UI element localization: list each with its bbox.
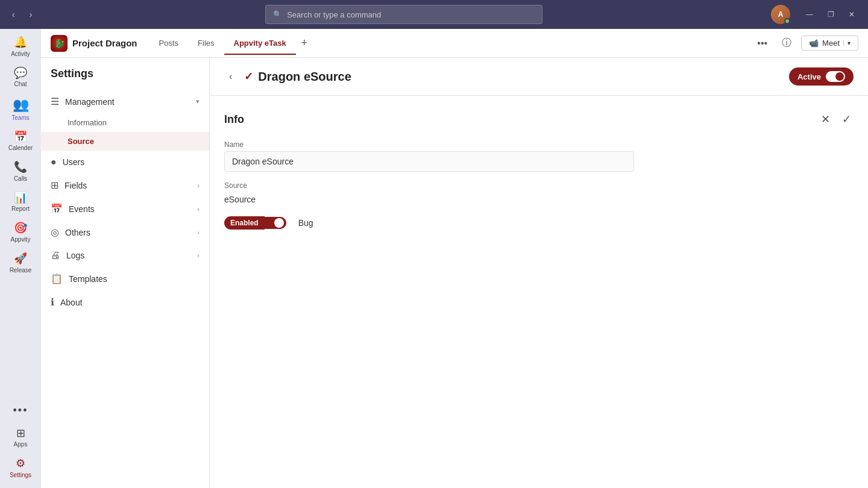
enabled-badge: Enabled <box>224 216 265 230</box>
fields-chevron-icon: › <box>197 182 200 189</box>
bug-label: Bug <box>298 218 313 228</box>
meet-label: Meet <box>822 39 840 48</box>
tab-appvity-etask[interactable]: Appvity eTask <box>224 31 296 55</box>
sidebar-item-activity[interactable]: 🔔 Activity <box>0 31 41 62</box>
sidebar-item-teams[interactable]: 👥 Teams <box>0 92 41 125</box>
active-label: Active <box>797 72 821 81</box>
active-toggle[interactable]: Active <box>789 67 854 86</box>
about-icon: ℹ <box>51 296 54 308</box>
report-icon: 📊 <box>14 192 27 205</box>
main-panel: ‹ ✓ Dragon eSource Active In <box>210 58 868 488</box>
name-input[interactable] <box>224 151 634 172</box>
meet-chevron-icon: ▾ <box>843 40 851 46</box>
sidebar-about[interactable]: ℹ About <box>41 290 209 314</box>
sidebar-item-appvity[interactable]: 🎯 Appvity <box>0 217 41 248</box>
tab-bar: 🐉 Project Dragon Posts Files Appvity eTa… <box>41 29 868 58</box>
info-close-button[interactable]: ✕ <box>819 110 832 128</box>
nav-buttons: ‹ › <box>7 7 37 22</box>
others-icon: ◎ <box>51 227 59 238</box>
tab-files[interactable]: Files <box>188 31 224 55</box>
calendar-icon: 📅 <box>14 131 27 144</box>
add-tab-button[interactable]: + <box>296 35 313 52</box>
sidebar-item-chat[interactable]: 💬 Chat <box>0 62 41 93</box>
titlebar-right: A — ❐ ✕ <box>771 5 861 24</box>
calls-label: Calls <box>14 175 27 182</box>
sidebar-item-calls[interactable]: 📞 Calls <box>0 156 41 187</box>
management-label: Management <box>65 97 115 107</box>
nav-forward-button[interactable]: › <box>25 7 37 22</box>
sidebar-sub-source[interactable]: Source <box>41 132 209 151</box>
apps-icon: ⊞ <box>16 427 25 440</box>
close-button[interactable]: ✕ <box>843 8 861 21</box>
sidebar-item-settings[interactable]: ⚙ Settings <box>0 452 41 483</box>
tab-posts[interactable]: Posts <box>149 31 189 55</box>
info-actions: ✕ ✓ <box>819 110 854 128</box>
sidebar-item-release[interactable]: 🚀 Release <box>0 248 41 278</box>
sidebar-logs[interactable]: 🖨 Logs › <box>41 244 209 267</box>
teams-label: Teams <box>11 114 29 121</box>
logs-icon: 🖨 <box>51 250 60 261</box>
source-label: Source <box>224 181 854 190</box>
sidebar-item-calendar[interactable]: 📅 Calender <box>0 126 41 157</box>
fields-label: Fields <box>64 181 87 190</box>
enabled-toggle-pill[interactable] <box>265 217 286 229</box>
tab-info-button[interactable]: ⓘ <box>777 34 796 52</box>
sidebar-events[interactable]: 📅 Events › <box>41 197 209 221</box>
tabs-right: ••• ⓘ 📹 Meet ▾ <box>752 34 858 52</box>
sidebar-users[interactable]: ● Users <box>41 151 209 174</box>
content-area: Settings ☰ Management ▾ Information Sour… <box>41 58 868 488</box>
teams-icon: 👥 <box>13 97 29 113</box>
panel-title: ✓ Dragon eSource <box>244 70 351 84</box>
sidebar-fields[interactable]: ⊞ Fields › <box>41 174 209 197</box>
events-chevron-icon: › <box>197 205 200 213</box>
enabled-toggle-row: Enabled Bug <box>224 216 854 230</box>
nav-back-button[interactable]: ‹ <box>7 7 20 22</box>
source-value: eSource <box>224 192 854 207</box>
app-container: 🔔 Activity 💬 Chat 👥 Teams 📅 Calender 📞 C… <box>0 29 868 488</box>
settings-sidebar: Settings ☰ Management ▾ Information Sour… <box>41 58 210 488</box>
appvity-icon: 🎯 <box>14 222 27 235</box>
name-label: Name <box>224 140 854 149</box>
users-label: Users <box>63 157 85 167</box>
search-bar[interactable]: 🔍 Search or type a command <box>265 5 542 24</box>
others-chevron-icon: › <box>197 229 200 236</box>
sidebar-templates[interactable]: 📋 Templates <box>41 267 209 290</box>
settings-sidebar-title: Settings <box>41 67 209 90</box>
avatar[interactable]: A <box>771 5 790 24</box>
toggle-thumb <box>835 72 844 81</box>
management-icon: ☰ <box>51 96 59 107</box>
enabled-badge-row: Enabled <box>224 216 286 230</box>
sidebar-management[interactable]: ☰ Management ▾ <box>41 90 209 113</box>
sidebar-item-apps[interactable]: ⊞ Apps <box>0 422 41 453</box>
events-icon: 📅 <box>51 203 63 214</box>
appvity-label: Appvity <box>11 236 31 243</box>
templates-label: Templates <box>69 274 107 284</box>
source-field-group: Source eSource <box>224 181 854 207</box>
meet-icon: 📹 <box>809 39 819 48</box>
tabs-more-button[interactable]: ••• <box>752 36 772 51</box>
team-logo: 🐉 <box>51 35 68 52</box>
active-toggle-switch[interactable] <box>826 71 845 82</box>
meet-button[interactable]: 📹 Meet ▾ <box>801 36 858 51</box>
sidebar-others[interactable]: ◎ Others › <box>41 221 209 244</box>
sidebar-item-report[interactable]: 📊 Report <box>0 187 41 217</box>
maximize-button[interactable]: ❐ <box>822 8 840 21</box>
sidebar-sub-information[interactable]: Information <box>41 113 209 132</box>
info-confirm-button[interactable]: ✓ <box>840 110 854 128</box>
report-label: Report <box>11 205 30 212</box>
search-icon: 🔍 <box>273 10 282 19</box>
settings-icon: ⚙ <box>16 457 25 471</box>
minimize-button[interactable]: — <box>800 8 819 21</box>
name-field-group: Name <box>224 140 854 172</box>
users-icon: ● <box>51 157 57 167</box>
chat-label: Chat <box>14 81 27 87</box>
others-label: Others <box>65 228 90 237</box>
chat-icon: 💬 <box>14 67 27 80</box>
panel-back-button[interactable]: ‹ <box>224 69 237 84</box>
activity-label: Activity <box>11 51 30 57</box>
titlebar: ‹ › 🔍 Search or type a command A — ❐ ✕ <box>0 0 868 29</box>
avatar-online-badge <box>784 18 790 24</box>
panel-header: ‹ ✓ Dragon eSource Active <box>210 58 868 96</box>
search-placeholder: Search or type a command <box>287 10 381 19</box>
sidebar-item-more[interactable]: ••• <box>0 399 41 422</box>
